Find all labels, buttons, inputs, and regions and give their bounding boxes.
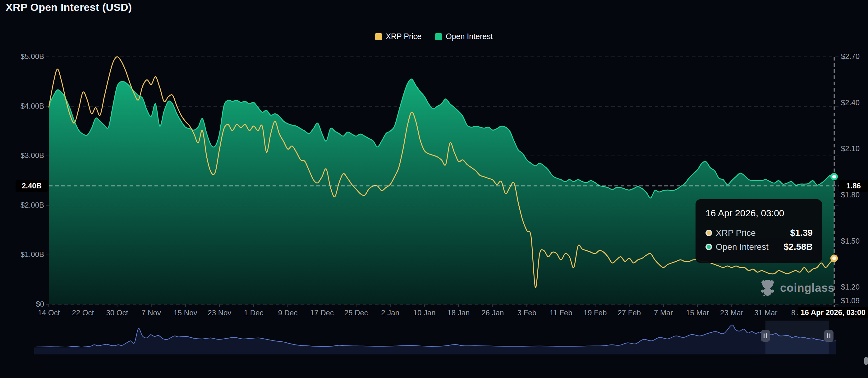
tooltip-value-open-interest: $2.58B	[783, 242, 813, 252]
tooltip-value-xrp-price: $1.39	[790, 228, 813, 238]
chart-window: XRP Open Interest (USD) XRP Price Open I…	[0, 0, 868, 378]
crosshair-oi-chip: 2.40B	[16, 180, 48, 192]
coinglass-gorilla-icon	[760, 279, 776, 297]
xrp-price-dot-icon	[706, 230, 712, 236]
tooltip: 16 Apr 2026, 03:00 XRP Price $1.39 Open …	[695, 199, 822, 263]
open-interest-dot-icon	[706, 244, 712, 250]
watermark-brand: coinglass	[780, 281, 834, 295]
tooltip-datetime: 16 Apr 2026, 03:00	[706, 208, 813, 218]
navigator[interactable]	[0, 0, 868, 378]
tooltip-label-open-interest: Open Interest	[716, 242, 783, 252]
scrollbar-thumb[interactable]	[864, 357, 868, 365]
crosshair-date-flag: 16 Apr 2026, 03:00	[798, 307, 868, 318]
coinglass-watermark: coinglass	[760, 279, 834, 297]
tooltip-row-open-interest: Open Interest $2.58B	[706, 242, 813, 252]
tooltip-row-xrp-price: XRP Price $1.39	[706, 228, 813, 238]
navigator-left-handle-icon[interactable]	[761, 330, 770, 342]
navigator-right-handle-icon[interactable]	[824, 330, 834, 342]
crosshair-price-chip: 1.86	[839, 180, 868, 192]
tooltip-label-xrp-price: XRP Price	[716, 228, 790, 238]
